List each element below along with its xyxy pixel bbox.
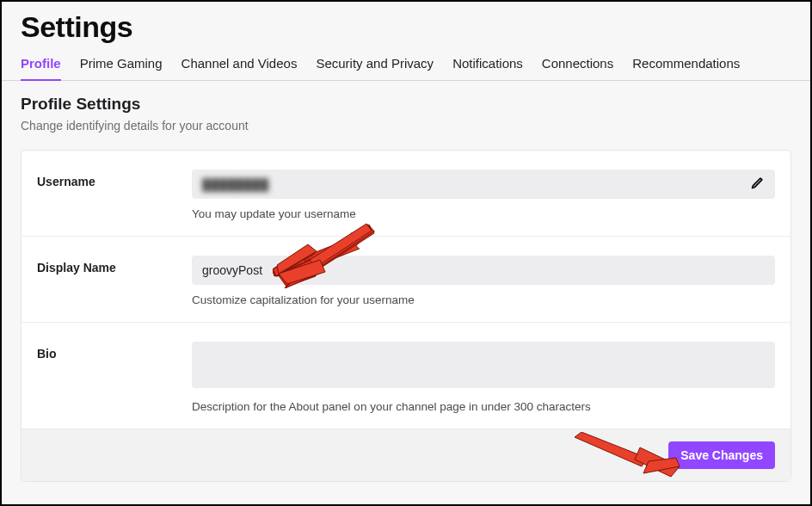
settings-tabs: Profile Prime Gaming Channel and Videos … — [2, 44, 810, 81]
tab-security-privacy[interactable]: Security and Privacy — [316, 56, 434, 80]
tab-notifications[interactable]: Notifications — [452, 56, 523, 80]
card-footer: Save Changes — [22, 429, 790, 481]
display-name-input[interactable] — [202, 256, 768, 285]
display-name-label: Display Name — [37, 256, 192, 306]
bio-textarea[interactable] — [192, 342, 775, 388]
bio-label: Bio — [37, 342, 192, 413]
username-input-wrap: ████████ — [192, 170, 775, 199]
section-description: Change identifying details for your acco… — [21, 119, 791, 133]
pencil-icon — [749, 176, 765, 194]
tab-profile[interactable]: Profile — [21, 56, 61, 81]
profile-settings-card: Username ████████ You may update your us… — [21, 150, 791, 482]
edit-username-button[interactable] — [746, 172, 768, 197]
tab-connections[interactable]: Connections — [542, 56, 613, 80]
bio-help: Description for the About panel on your … — [192, 400, 775, 413]
tab-channel-videos[interactable]: Channel and Videos — [181, 56, 298, 80]
page-title: Settings — [21, 10, 791, 44]
bio-row: Bio Description for the About panel on y… — [22, 323, 790, 429]
tab-prime-gaming[interactable]: Prime Gaming — [80, 56, 163, 80]
section-title: Profile Settings — [21, 95, 791, 114]
tab-recommendations[interactable]: Recommendations — [632, 56, 740, 80]
display-name-row: Display Name Customize capitalization fo… — [22, 237, 790, 323]
username-label: Username — [37, 170, 192, 220]
display-name-help: Customize capitalization for your userna… — [192, 293, 775, 306]
username-value-blurred: ████████ — [202, 178, 269, 191]
save-changes-button[interactable]: Save Changes — [668, 441, 775, 469]
username-row: Username ████████ You may update your us… — [22, 151, 790, 237]
username-help: You may update your username — [192, 207, 775, 220]
